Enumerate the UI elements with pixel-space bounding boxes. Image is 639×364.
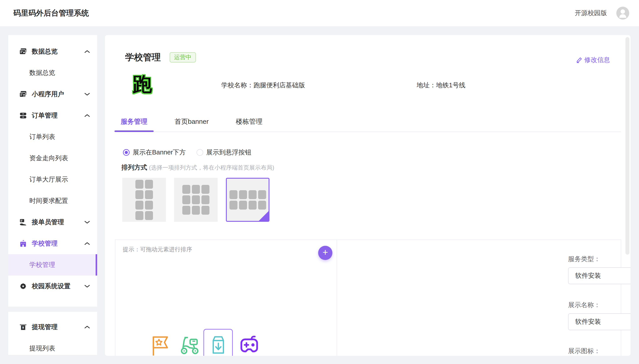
layout-grid-square <box>239 190 247 199</box>
layout-grid-square <box>135 180 143 189</box>
chevron-up-icon <box>84 325 90 329</box>
layout-grid-square <box>192 195 200 204</box>
school-logo: 跑 <box>131 73 153 96</box>
school-name-label: 学校名称：跑腿便利店基础版 <box>221 81 305 90</box>
service-type-label: 服务类型： <box>568 255 600 264</box>
chevron-down-icon <box>84 92 90 96</box>
sidebar-item-order-hall[interactable]: 订单大厅展示 <box>8 169 97 190</box>
arrange-mode-note: (选择一项排列方式，将在小程序端首页展示布局) <box>149 164 274 172</box>
service-config-section: 提示：可拖动元素进行排序 + <box>115 240 621 356</box>
app-title: 码里码外后台管理系统 <box>13 8 89 18</box>
layout-grid-square <box>201 185 209 194</box>
edit-info-link[interactable]: 修改信息 <box>576 56 610 64</box>
settings-icon <box>19 282 27 290</box>
sidebar-group-label: 接单员管理 <box>32 218 64 227</box>
layout-grid-square <box>258 190 266 199</box>
layout-option-3col[interactable] <box>174 178 218 222</box>
package-download-icon <box>207 333 229 355</box>
layout-grid-square <box>145 211 153 220</box>
delivery-scooter-icon[interactable] <box>178 333 200 356</box>
display-position-options: 展示在Banner下方 展示到悬浮按钮 <box>123 148 262 157</box>
tab-building-management[interactable]: 楼栋管理 <box>229 115 269 132</box>
status-badge: 运营中 <box>170 52 196 62</box>
chevron-up-icon <box>84 50 90 53</box>
sidebar-group-orders[interactable]: 订单管理 <box>8 105 97 126</box>
display-icon-label: 展示图标： <box>568 347 600 356</box>
sidebar-group-courier[interactable]: 接单员管理 <box>8 212 97 233</box>
layout-grid-square <box>145 190 153 199</box>
layout-grid-square <box>145 201 153 210</box>
sidebar-group-label: 校园系统设置 <box>32 282 71 291</box>
chevron-up-icon <box>84 114 90 117</box>
display-name-label: 展示名称： <box>568 301 600 310</box>
sidebar-item-order-list[interactable]: 订单列表 <box>8 126 97 148</box>
orders-icon <box>19 111 27 120</box>
layout-option-4col[interactable] <box>226 178 269 222</box>
layout-grid-square <box>201 206 209 215</box>
layout-option-2col[interactable] <box>122 178 166 222</box>
sidebar-item-withdraw-list[interactable]: 提现列表 <box>8 338 97 355</box>
chevron-down-icon <box>84 220 90 224</box>
svg-text:¥: ¥ <box>22 326 24 329</box>
sidebar-item-time-config[interactable]: 时间要求配置 <box>8 190 97 212</box>
mini-program-users-icon <box>19 90 27 98</box>
service-sort-panel: 提示：可拖动元素进行排序 + <box>115 240 337 356</box>
radio-label[interactable]: 展示到悬浮按钮 <box>206 148 251 157</box>
sidebar-group-label: 小程序用户 <box>32 90 64 99</box>
drag-sort-hint: 提示：可拖动元素进行排序 <box>123 246 192 253</box>
sidebar-bottom: ¥ 提现管理 提现列表 <box>8 312 97 355</box>
radio-banner-below[interactable] <box>123 149 130 156</box>
display-name-input[interactable]: 软件安装 <box>568 313 630 330</box>
sidebar-group-label: 提现管理 <box>32 323 58 332</box>
service-form-panel: 服务类型： 软件安装 展示名称： 软件安装 展示图标： <box>337 240 621 356</box>
sidebar-group-label: 数据总览 <box>32 47 58 56</box>
card-scrollbar[interactable] <box>625 37 629 255</box>
sidebar-group-data-overview[interactable]: 数据总览 <box>8 41 97 62</box>
game-controller-icon[interactable] <box>238 333 260 356</box>
sidebar-group-school[interactable]: 学校管理 <box>8 233 97 254</box>
main-content-card: 学校管理 运营中 修改信息 跑 学校名称：跑腿便利店基础版 地址：地铁1号线 服… <box>105 35 630 356</box>
layout-grid-square <box>182 195 190 204</box>
sidebar-item-school-management[interactable]: 学校管理 <box>8 254 97 276</box>
layout-grid-square <box>135 190 143 199</box>
layout-grid-square <box>229 201 237 210</box>
service-type-select[interactable]: 软件安装 <box>568 267 630 284</box>
page-title: 学校管理 <box>125 51 161 63</box>
selected-service-icon-frame[interactable] <box>203 329 233 356</box>
layout-grid-square <box>135 211 143 220</box>
withdraw-icon: ¥ <box>19 323 27 331</box>
layout-grid-square <box>145 180 153 189</box>
sidebar-group-miniprogram-users[interactable]: 小程序用户 <box>8 84 97 105</box>
flag-star-icon[interactable] <box>149 333 171 356</box>
app-header: 码里码外后台管理系统 开源校园版 <box>0 0 639 26</box>
layout-grid-square <box>258 201 266 210</box>
radio-label[interactable]: 展示在Banner下方 <box>133 148 186 157</box>
layout-grid-square <box>182 206 190 215</box>
layout-grid-square <box>135 201 143 210</box>
layout-grid-square <box>192 185 200 194</box>
layout-grid-square <box>229 190 237 199</box>
school-address-label: 地址：地铁1号线 <box>417 81 465 90</box>
layout-grid-square <box>249 190 257 199</box>
user-avatar-icon <box>616 7 629 20</box>
chevron-up-icon <box>84 242 90 245</box>
user-avatar[interactable] <box>616 7 629 20</box>
pencil-icon <box>576 57 582 63</box>
data-overview-icon <box>19 47 27 56</box>
layout-grid-square <box>192 206 200 215</box>
sidebar-group-withdraw[interactable]: ¥ 提现管理 <box>8 316 97 338</box>
sidebar-item-fund-flow[interactable]: 资金走向列表 <box>8 148 97 169</box>
add-service-button[interactable]: + <box>318 246 332 260</box>
sidebar-group-campus-settings[interactable]: 校园系统设置 <box>8 276 97 297</box>
sidebar-item-data-overview[interactable]: 数据总览 <box>8 62 97 84</box>
tab-service-management[interactable]: 服务管理 <box>115 115 154 132</box>
tab-bar: 服务管理 首页banner 楼栋管理 <box>115 115 621 132</box>
arrange-mode-title: 排列方式 <box>121 163 147 172</box>
courier-icon <box>19 218 27 226</box>
radio-floating-button[interactable] <box>197 149 203 156</box>
layout-option-list <box>122 178 278 222</box>
tab-home-banner[interactable]: 首页banner <box>168 115 215 132</box>
sidebar-group-label: 学校管理 <box>32 239 58 248</box>
sidebar: 数据总览 数据总览 小程序用户 订单管理 订单列表 资金走向列表 订单大厅展示 … <box>8 35 97 307</box>
layout-grid-square <box>201 195 209 204</box>
